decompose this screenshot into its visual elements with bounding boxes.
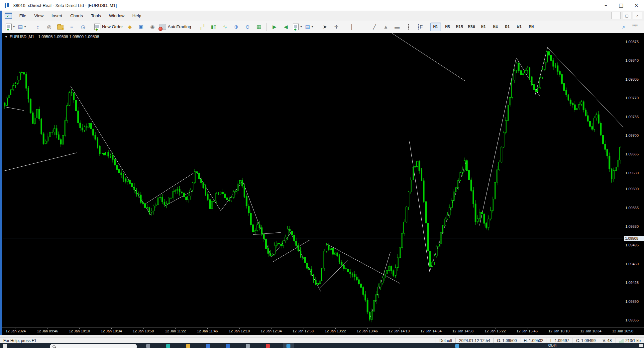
menu-tools[interactable]: Tools (87, 12, 105, 20)
autotrading-button[interactable]: AutoTrading (159, 22, 192, 32)
taskbar-tray-icon[interactable] (455, 344, 459, 348)
menu-view[interactable]: View (30, 12, 48, 20)
new-order-button[interactable]: +New Order (93, 22, 124, 32)
trendline[interactable] (326, 244, 400, 283)
maximize-button[interactable]: □ (613, 0, 629, 11)
timeframe-mn-button[interactable]: MN (526, 23, 537, 31)
tile-windows-button[interactable]: ▦ (254, 22, 264, 32)
taskbar-app-2[interactable] (206, 344, 210, 348)
rectangle-button[interactable]: ▬ (392, 22, 402, 32)
navigator-button[interactable] (55, 22, 66, 32)
chart-shift-button[interactable]: ◀ (280, 22, 291, 32)
trendline[interactable] (4, 107, 24, 110)
menu-insert[interactable]: Insert (48, 12, 66, 20)
market-watch-button[interactable]: ↕ (33, 22, 43, 32)
timeframe-m15-button[interactable]: M15 (454, 23, 465, 31)
taskbar-folder-icon[interactable] (186, 344, 190, 348)
channel-button[interactable]: ▲ (380, 22, 391, 32)
trendline-button[interactable]: ╱ (369, 22, 380, 32)
start-button[interactable] (3, 344, 7, 348)
show-desktop-button[interactable] (639, 344, 643, 347)
candlestick-button[interactable]: ▮▯ (208, 22, 219, 32)
menu-file[interactable]: File (15, 12, 30, 20)
price-axis-label: 1.09600 (625, 187, 644, 192)
time-axis-label: 12 Jan 10:58 (133, 329, 154, 333)
taskbar-mt4-icon[interactable] (286, 344, 290, 348)
mdi-restore-button[interactable]: ▢ (622, 12, 631, 19)
fibo-lines-button[interactable]: ┋ (403, 22, 414, 32)
price-axis-label: 1.09425 (625, 281, 644, 285)
profiles-button[interactable]: ▤▼ (17, 22, 28, 32)
timeframe-m30-button[interactable]: M30 (466, 23, 477, 31)
trendline[interactable] (480, 58, 516, 225)
taskbar-bin-icon[interactable] (246, 344, 250, 348)
current-price-tag: 1.09508 (624, 236, 644, 241)
trendline[interactable] (4, 153, 77, 171)
timeframe-m5-button[interactable]: M5 (442, 23, 453, 31)
taskbar-teams-icon[interactable] (166, 344, 170, 348)
menu-charts[interactable]: Charts (66, 12, 87, 20)
indicators-button[interactable]: +▼ (292, 22, 303, 32)
document-plus-icon: + (6, 24, 12, 30)
trendline[interactable] (253, 232, 281, 234)
mdi-close-button[interactable]: × (633, 12, 642, 19)
new-chart-button[interactable]: +▼ (5, 22, 16, 32)
time-axis-label: 12 Jan 13:22 (325, 329, 346, 333)
taskbar-search-input[interactable] (50, 344, 137, 348)
price-axis-label: 1.09565 (625, 206, 644, 211)
timeframe-h4-button[interactable]: H4 (490, 23, 501, 31)
cursor-button[interactable]: ➤ (320, 22, 330, 32)
time-axis-label: 12 Jan 2024 (6, 329, 26, 333)
chat-icon[interactable]: ❞❞ (630, 22, 640, 32)
close-button[interactable]: × (629, 0, 644, 11)
status-profile: Default (436, 338, 455, 343)
data-window-button[interactable]: ◎ (44, 22, 54, 32)
crosshair-button[interactable]: ✛ (331, 22, 342, 32)
terminal-button[interactable]: ≡ (66, 22, 77, 32)
menu-help[interactable]: Help (128, 12, 145, 20)
search-icon[interactable]: ⌕ (618, 22, 629, 32)
periods-button[interactable]: ▤▼ (304, 22, 315, 32)
menu-bar: FileViewInsertChartsToolsWindowHelp –▢× (0, 11, 644, 21)
chart-area[interactable]: ▼ EURUSD.,M1 1.09505 1.09508 1.09500 1.0… (0, 33, 644, 335)
taskbar-app-3[interactable] (226, 344, 230, 348)
price-axis-label: 1.09840 (625, 58, 644, 63)
timeframe-m1-button[interactable]: M1 (430, 23, 441, 31)
metaeditor-button[interactable]: ◆ (125, 22, 135, 32)
zoom-out-button[interactable]: ⊖ (242, 22, 253, 32)
symbol-name: EURUSD.,M1 (10, 35, 34, 39)
vertical-line-button[interactable]: │ (347, 22, 357, 32)
time-axis-label: 12 Jan 14:58 (452, 329, 474, 333)
candlestick-chart[interactable] (3, 33, 623, 327)
timeframe-h1-button[interactable]: H1 (478, 23, 489, 31)
strategy-tester-button[interactable]: ◶ (78, 22, 88, 32)
timeframe-w1-button[interactable]: W1 (514, 23, 525, 31)
toolbar-separator (91, 23, 91, 31)
price-axis-label: 1.09700 (625, 133, 644, 138)
trendline[interactable] (547, 47, 623, 129)
fibo-retracement-button[interactable]: ┋F (414, 22, 425, 32)
horizontal-line-button[interactable]: ─ (358, 22, 369, 32)
taskbar-opera-icon[interactable] (266, 344, 270, 348)
zoom-in-button[interactable]: ⊕ (231, 22, 242, 32)
price-axis-label: 1.09530 (625, 224, 644, 229)
price-axis-label: 1.09770 (625, 96, 644, 101)
windows-taskbar[interactable]: 09:44 (0, 343, 644, 348)
autotrading-status-icon (160, 24, 166, 30)
trendline[interactable] (390, 33, 465, 81)
menu-window[interactable]: Window (105, 12, 128, 20)
toolbar-separator (344, 23, 344, 31)
taskbar-app-1[interactable] (146, 344, 150, 348)
timeframe-d1-button[interactable]: D1 (502, 23, 513, 31)
mdi-minimize-button[interactable]: – (611, 12, 621, 19)
minimize-button[interactable]: – (598, 0, 613, 11)
bar-chart-button[interactable]: ╷╵ (197, 22, 208, 32)
line-chart-button[interactable]: ∿ (220, 22, 230, 32)
time-axis-label: 12 Jan 12:34 (261, 329, 282, 333)
experts-button[interactable]: ▣ (136, 22, 147, 32)
auto-scroll-button[interactable]: ▶ (269, 22, 280, 32)
trendline[interactable] (535, 47, 548, 96)
trendline[interactable] (243, 181, 271, 257)
document-plus-icon: + (293, 24, 299, 30)
alerts-button[interactable]: ◉ (147, 22, 158, 32)
